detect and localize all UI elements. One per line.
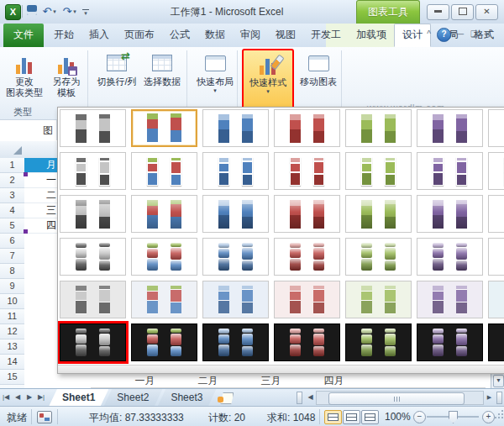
qat-customize-button[interactable]: ▾ <box>82 9 89 17</box>
chart-style-tile-flat-grayscale[interactable] <box>60 109 126 147</box>
row-header-13[interactable]: 13 <box>0 339 24 355</box>
cell-a2[interactable]: 一 <box>24 173 57 188</box>
sheet-tab-sheet3[interactable]: Sheet3 <box>157 389 216 407</box>
hscroll-left-arrow[interactable]: ◀ <box>304 389 316 407</box>
normal-view-button[interactable] <box>324 410 342 424</box>
help-button[interactable]: ? <box>437 28 451 42</box>
chart-style-tile-glossy-green[interactable] <box>345 238 412 276</box>
chart-style-tile-flat-green[interactable] <box>345 109 412 147</box>
chart-style-tile-shaded-purple[interactable] <box>417 195 483 233</box>
chart-style-tile-flat-red[interactable] <box>274 109 340 147</box>
row-header-4[interactable]: 4 <box>0 203 24 218</box>
close-button[interactable]: ✕ <box>475 4 498 20</box>
row-header-14[interactable]: 14 <box>0 355 24 370</box>
tab-5[interactable]: 数据 <box>197 24 233 47</box>
last-sheet-button[interactable]: ▶| <box>35 389 47 407</box>
chart-style-tile-glossy-red[interactable] <box>274 238 340 276</box>
cell-a1[interactable]: 月 <box>24 158 57 173</box>
horizontal-scrollbar[interactable] <box>316 391 484 405</box>
hscroll-thumb[interactable] <box>328 392 465 405</box>
chart-style-tile-pale-green[interactable] <box>345 281 412 318</box>
row-header-2[interactable]: 2 <box>0 173 24 188</box>
chart-style-tile-pale-grayscale[interactable] <box>60 281 126 318</box>
chart-style-tile-outline-green[interactable] <box>345 152 412 190</box>
chart-style-tile-outline-red[interactable] <box>274 152 340 190</box>
chart-style-tile-outline-blue[interactable] <box>202 152 269 190</box>
record-macro-icon[interactable] <box>37 411 52 423</box>
chart-plot-area[interactable]: 一月二月三月四月 <box>57 372 491 388</box>
insert-worksheet-button[interactable] <box>216 389 238 407</box>
cell-a3[interactable]: 二 <box>24 188 57 203</box>
cell-a5[interactable]: 四 <box>24 218 57 234</box>
row-header-10[interactable]: 10 <box>0 294 24 309</box>
zoom-in-button[interactable]: + <box>482 411 495 423</box>
tab-7[interactable]: 视图 <box>268 24 303 47</box>
tab-8[interactable]: 开发工 <box>303 24 349 47</box>
row-header-7[interactable]: 7 <box>0 249 24 264</box>
chart-style-tile-flat-blue[interactable] <box>202 109 269 147</box>
window-restore-small[interactable]: ❏ <box>467 28 481 42</box>
page-layout-view-button[interactable] <box>343 410 360 424</box>
sheet-tab-sheet1[interactable]: Sheet1 <box>49 389 108 407</box>
chart-style-tile-outline-grayscale[interactable] <box>60 152 126 190</box>
chart-style-tile-shaded-grayscale[interactable] <box>60 195 126 233</box>
name-box[interactable]: 图 <box>0 120 57 140</box>
first-sheet-button[interactable]: |◀ <box>0 389 12 407</box>
row-header-6[interactable]: 6 <box>0 234 24 249</box>
row-header-1[interactable]: 1 <box>0 158 24 173</box>
next-sheet-button[interactable]: ▶ <box>24 389 35 407</box>
chart-style-tile-dark-purple[interactable] <box>417 323 483 361</box>
chart-style-tile-pale-purple[interactable] <box>417 281 483 318</box>
excel-app-icon[interactable]: X <box>5 4 21 20</box>
tab-1[interactable]: 开始 <box>46 24 81 47</box>
chart-style-tile-glossy-purple[interactable] <box>417 238 483 276</box>
restore-button[interactable] <box>451 4 474 20</box>
chart-style-tile-pale-blue[interactable] <box>202 281 269 318</box>
chart-style-tile-outline-multicolor[interactable] <box>131 152 197 190</box>
chart-style-tile-dark-multicolor[interactable] <box>131 323 197 361</box>
row-header-12[interactable]: 12 <box>0 324 24 339</box>
minimize-button[interactable] <box>427 4 449 20</box>
chart-style-tile-outline-aqua[interactable] <box>488 152 504 190</box>
chart-style-tile-pale-multicolor[interactable] <box>131 281 197 318</box>
hscroll-right-arrow[interactable]: ▶ <box>484 389 495 407</box>
page-break-view-button[interactable] <box>361 410 379 424</box>
cell-a4[interactable]: 三 <box>24 203 57 218</box>
collapse-ribbon-button[interactable]: ^ <box>422 28 436 42</box>
zoom-slider-thumb[interactable] <box>449 411 458 423</box>
row-header-11[interactable]: 11 <box>0 309 24 324</box>
chart-style-tile-glossy-grayscale[interactable] <box>60 238 126 276</box>
tab-3[interactable]: 页面布 <box>117 24 162 47</box>
chart-style-tile-shaded-aqua[interactable] <box>488 195 504 233</box>
window-minimize-small[interactable]: ─ <box>454 28 468 42</box>
scroll-down-arrow-icon[interactable]: ▼ <box>493 375 504 387</box>
prev-sheet-button[interactable]: ◀ <box>12 389 24 407</box>
zoom-level[interactable]: 100% <box>385 411 411 423</box>
chart-style-tile-shaded-green[interactable] <box>345 195 412 233</box>
row-header-9[interactable]: 9 <box>0 279 24 294</box>
tab-split-handle[interactable] <box>297 392 302 404</box>
zoom-out-button[interactable]: − <box>413 411 426 423</box>
hscroll-split-handle[interactable] <box>496 392 502 404</box>
chart-style-tile-pale-aqua[interactable] <box>488 281 504 318</box>
tab-2[interactable]: 插入 <box>81 24 117 47</box>
chart-style-tile-outline-purple[interactable] <box>417 152 483 190</box>
worksheet-cells[interactable]: 月一二三四 <box>24 158 57 392</box>
tab-file[interactable]: 文件 <box>3 24 44 47</box>
row-header-3[interactable]: 3 <box>0 188 24 203</box>
chart-style-tile-pale-red[interactable] <box>274 281 340 318</box>
chart-style-tile-dark-green[interactable] <box>345 323 412 361</box>
tab-9[interactable]: 加载项 <box>349 24 394 47</box>
tab-4[interactable]: 公式 <box>162 24 197 47</box>
chart-style-tile-glossy-aqua[interactable] <box>488 238 504 276</box>
chart-style-tile-flat-multicolor[interactable] <box>131 109 197 147</box>
chart-style-tile-dark-grayscale[interactable] <box>60 323 126 361</box>
row-header-5[interactable]: 5 <box>0 218 24 234</box>
chart-style-tile-flat-aqua[interactable] <box>488 109 504 147</box>
chart-style-tile-dark-red[interactable] <box>274 323 340 361</box>
chart-style-tile-shaded-multicolor[interactable] <box>131 195 197 233</box>
redo-dropdown[interactable]: ▾ <box>71 8 78 15</box>
vertical-scrollbar[interactable]: ▼ <box>491 372 504 388</box>
row-header-15[interactable]: 15 <box>0 370 24 385</box>
undo-dropdown[interactable]: ▾ <box>51 8 58 15</box>
